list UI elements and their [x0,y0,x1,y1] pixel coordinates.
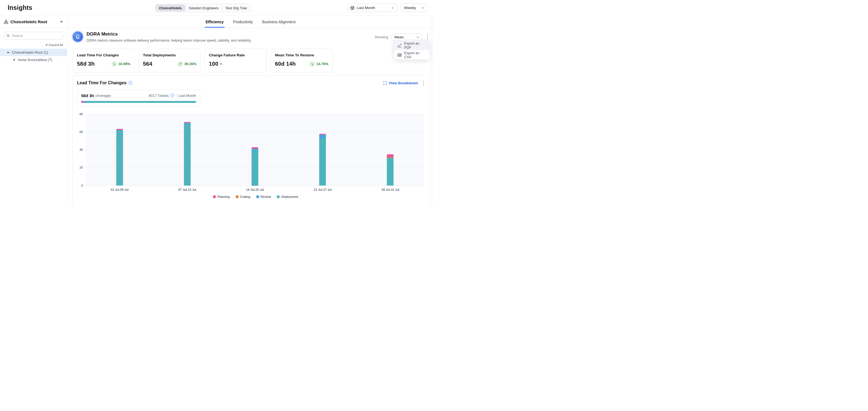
chevron-down-icon[interactable] [7,51,9,54]
card-mean-time-to-restore: Mean Time To Restore 60d 14h ↘ 14.78% [271,48,333,72]
menu-item-label: Export as CSV [404,51,426,59]
x-tick-label: 28 Jul-31 Jul [356,188,424,191]
metric-cards: Lead Time For Changes 58d 3h ↘ 16.99% To… [72,48,430,72]
card-value: 58d 3h [77,61,95,67]
sidebar-search[interactable] [4,32,63,40]
dora-controls: Showing Mean [375,33,430,41]
legend-swatch [277,195,280,198]
summary-qualifier: (Average) [96,94,111,98]
search-icon [7,34,10,37]
bar-07-jul-13-jul[interactable] [184,122,191,186]
divider-pipe: | [176,93,177,98]
legend-item-planning: Planning [213,195,230,198]
legend-item-deployment: Deployment [277,195,298,198]
sidebar: ChoiceHotels Root Expand All ChoiceHotel… [0,16,67,205]
chart-column [153,114,221,186]
menu-item-export-pdf[interactable]: Export as PDF [394,40,430,50]
card-unit: % [220,62,223,66]
calendar-icon [350,6,354,10]
legend-item-review: Review [256,195,271,198]
chart-x-axis: 01 Jul-06 Jul07 Jul-13 Jul14 Jul-20 Jul2… [86,188,424,191]
progress-segment-planning [81,101,83,103]
bar-14-jul-20-jul[interactable] [251,147,258,185]
bar-segment-deployment [184,123,191,185]
tab-productivity[interactable]: Productivity [233,20,253,28]
org-tab-test-org-tree[interactable]: Test Org Tree [222,4,250,11]
legend-swatch [236,195,239,198]
table-icon [397,53,402,57]
period-dropdown[interactable]: Last Month [347,4,397,12]
x-tick-label: 07 Jul-13 Jul [153,188,221,191]
panel-title: Lead Time For Changes i [77,80,132,85]
x-tick-label: 21 Jul-27 Jul [289,188,356,191]
y-tick-label: 80 [80,112,83,116]
bar-segment-deployment [251,150,258,186]
card-value: 60d 14h [275,61,296,67]
tree-item-anna[interactable]: Anna Scozzafava (7) [0,56,67,64]
y-tick-label: 20 [80,166,83,169]
top-header: Insights ChoiceHotels Solution Engineers… [0,0,434,16]
chevron-up-icon[interactable] [60,20,63,23]
card-title: Lead Time For Changes [77,53,130,57]
delta-badge: ↗ 39.26% [178,61,196,67]
view-breakdown-button[interactable]: View Breakdown [383,81,418,85]
bar-01-jul-06-jul[interactable] [116,129,123,186]
corners-expand-icon [383,81,387,85]
chart-column [289,114,356,186]
kebab-menu-icon[interactable] [422,80,426,87]
insights-app: Insights ChoiceHotels Solution Engineers… [0,0,434,205]
search-input[interactable] [12,34,60,38]
showing-dropdown-value: Mean [395,35,404,39]
iteration-icon [72,31,83,42]
chart-column [86,114,153,186]
info-icon[interactable]: i [128,81,132,85]
x-tick-label: 01 Jul-06 Jul [86,188,153,191]
tab-efficiency[interactable]: Efficiency [206,20,224,28]
legend-item-coding: Coding [236,195,250,198]
lead-time-summary-card: 58d 3h (Average) 8017 Tickets i | Last M… [77,90,200,107]
chart-y-axis: 020406080 [77,114,86,186]
granularity-dropdown[interactable]: Weekly [401,4,427,12]
tree-item-root[interactable]: ChoiceHotels Root (1) [0,49,67,56]
card-value: 564 [143,61,152,67]
kebab-menu-icon[interactable] [426,34,430,40]
y-tick-label: 0 [81,184,83,187]
lead-time-panel: Lead Time For Changes i View Breakdown [72,75,430,205]
card-total-deployments: Total Deployments 564 ↗ 39.26% [138,48,201,72]
trend-down-icon: ↘ [112,61,117,67]
page-title: Insights [8,4,32,11]
scrollbar-track[interactable] [432,16,432,205]
delta-badge: ↘ 14.78% [309,61,328,67]
sidebar-header[interactable]: ChoiceHotels Root [0,16,67,28]
progress-segment-review [83,101,86,103]
info-icon[interactable]: i [170,94,174,97]
delta-value: 39.26% [184,62,196,66]
bar-segment-review [319,135,326,138]
chevron-down-icon [422,7,424,9]
phase-progress-bar [81,101,196,103]
delta-value: 14.78% [316,62,328,66]
showing-dropdown[interactable]: Mean [392,33,422,41]
expand-all-label: Expand All [49,43,63,46]
tab-business-alignment[interactable]: Business Alignment [262,20,296,28]
org-tab-choicehotels[interactable]: ChoiceHotels [156,4,185,11]
tree-item-label: ChoiceHotels Root (1) [12,50,48,55]
bar-21-jul-27-jul[interactable] [319,134,326,185]
y-tick-label: 40 [80,148,83,151]
summary-value: 58d 3h [81,93,94,98]
expand-all-button[interactable]: Expand All [45,43,63,46]
x-tick-label: 14 Jul-20 Jul [221,188,288,191]
export-menu: Export as PDF Export as CSV [394,40,430,60]
bar-28-jul-31-jul[interactable] [387,154,394,185]
org-tab-solution-engineers[interactable]: Solution Engineers [185,4,222,11]
bar-segment-deployment [319,138,326,185]
menu-item-export-csv[interactable]: Export as CSV [394,50,430,60]
card-title: Total Deployments [143,53,196,57]
y-tick-label: 60 [80,130,83,134]
chart-line-icon [397,43,402,47]
trend-down-icon: ↘ [309,61,315,67]
trend-up-icon: ↗ [178,61,183,67]
chevron-right-icon[interactable] [12,58,16,61]
legend-swatch [213,195,216,198]
chart-column [221,114,288,186]
